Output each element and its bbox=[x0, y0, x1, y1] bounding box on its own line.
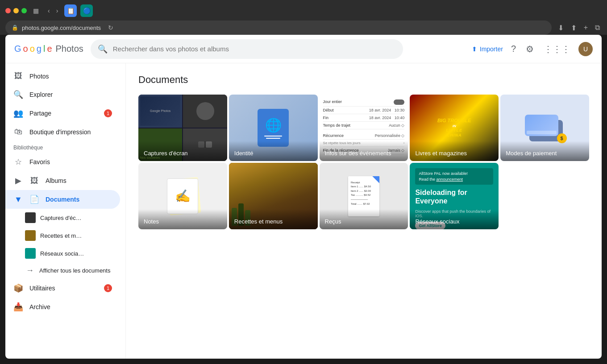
chevron-down-icon: ▼ bbox=[13, 195, 23, 204]
lock-icon: 🔒 bbox=[12, 25, 18, 31]
sidebar-item-favoris[interactable]: ☆ Favoris bbox=[5, 153, 120, 171]
reload-button[interactable]: ↻ bbox=[108, 24, 113, 31]
search-bar[interactable]: 🔍 bbox=[91, 39, 403, 59]
card-captures[interactable]: Google Photos Nos souvenirs bbox=[138, 95, 227, 161]
help-button[interactable]: ? bbox=[509, 42, 518, 56]
header: Google Photos 🔍 ⬆ Importer ? ⚙ ⋮⋮⋮ U bbox=[5, 35, 602, 63]
browser-chrome: ▦ ‹ › 📋 🔵 🔒 photos.google.com/documents … bbox=[0, 0, 607, 35]
card-modes-paiement[interactable]: $ Modes de paiement bbox=[500, 95, 589, 161]
card-recettes-menus[interactable]: Recettes et menus bbox=[229, 163, 318, 229]
sidebar-show-all-documents[interactable]: → Afficher tous les documents bbox=[5, 262, 120, 279]
chevron-right-icon: ▶ bbox=[13, 176, 23, 186]
back-button[interactable]: ‹ bbox=[45, 6, 53, 15]
reseaux-label: Réseaux sociaux bbox=[410, 209, 499, 229]
notes-label: Notes bbox=[138, 209, 227, 229]
card-events[interactable]: Jour entier Début18 avr. 2024 10:30 Fin1… bbox=[320, 95, 408, 161]
reseaux-sub-label: Réseaux socia… bbox=[40, 250, 84, 257]
sidebar-item-utilitaires[interactable]: 📦 Utilitaires 1 bbox=[5, 279, 120, 298]
favoris-icon: ☆ bbox=[13, 157, 23, 167]
import-button[interactable]: ⬆ Importer bbox=[472, 46, 503, 53]
utilitaires-badge: 1 bbox=[104, 284, 112, 292]
albums-label: Albums bbox=[46, 177, 67, 184]
minimize-button[interactable] bbox=[13, 8, 19, 13]
photos-icon: 🖼 bbox=[13, 71, 23, 81]
new-tab-button[interactable]: + bbox=[582, 23, 590, 33]
apps-button[interactable]: ⋮⋮⋮ bbox=[542, 42, 572, 56]
import-label: Importer bbox=[480, 46, 503, 53]
downloads-button[interactable]: ⬇ bbox=[556, 23, 565, 33]
reseaux-thumb bbox=[25, 248, 36, 259]
documents-label: Documents bbox=[46, 196, 79, 203]
captures-sub-label: Captures d'éc… bbox=[40, 215, 82, 221]
search-icon: 🔍 bbox=[98, 44, 108, 54]
sidebar-item-photos[interactable]: 🖼 Photos bbox=[5, 67, 120, 85]
albums-icon: 🖼 bbox=[29, 176, 39, 186]
recettes-sub-label: Recettes et m… bbox=[40, 232, 82, 239]
sidebar-item-archive[interactable]: 📥 Archive bbox=[5, 298, 120, 316]
logo-o1: o bbox=[23, 44, 28, 54]
photos-label: Photos bbox=[29, 73, 49, 80]
logo-l: l bbox=[43, 44, 45, 54]
tab-other-icon: 🔵 bbox=[80, 4, 93, 17]
recettes-label: Recettes et menus bbox=[229, 209, 318, 229]
boutique-icon: 🛍 bbox=[13, 127, 23, 136]
tab-photos-icon: 📋 bbox=[64, 4, 77, 17]
documents-grid: Google Photos Nos souvenirs bbox=[138, 95, 589, 229]
logo-o2: o bbox=[30, 44, 35, 54]
card-identite[interactable]: 🌐 Identité bbox=[229, 95, 318, 161]
forward-button[interactable]: › bbox=[54, 6, 61, 15]
card-reseaux-sociaux[interactable]: AllStore PAL now available!Read the anno… bbox=[410, 163, 499, 229]
sidebar-sub-recettes[interactable]: Recettes et m… bbox=[5, 227, 120, 244]
archive-label: Archive bbox=[29, 303, 50, 310]
address-bar[interactable]: 🔒 photos.google.com/documents ↻ bbox=[5, 21, 552, 35]
avatar[interactable]: U bbox=[578, 42, 593, 56]
utilitaires-icon: 📦 bbox=[13, 283, 23, 293]
traffic-lights bbox=[5, 8, 27, 13]
search-input[interactable] bbox=[113, 45, 396, 53]
sidebar-sub-captures[interactable]: Captures d'éc… bbox=[5, 209, 120, 227]
sidebar-item-documents[interactable]: ▼ 📄 Documents bbox=[5, 190, 120, 209]
card-livres[interactable]: BIG TROUBLE IN LITTLE CHINA Livres et ma… bbox=[410, 95, 499, 161]
sidebar-item-albums[interactable]: ▶ 🖼 Albums bbox=[5, 171, 120, 190]
settings-button[interactable]: ⚙ bbox=[524, 42, 536, 56]
split-button[interactable]: ⧉ bbox=[593, 23, 602, 33]
identite-label: Identité bbox=[229, 141, 318, 161]
url-text: photos.google.com/documents bbox=[22, 25, 101, 31]
card-recus[interactable]: Receipt Item 1 ...... $4.50 Item 2 .....… bbox=[320, 163, 408, 229]
body-layout: 🖼 Photos 🔍 Explorer 👥 Partage 1 🛍 Boutiq… bbox=[5, 63, 602, 359]
sidebar-item-partage[interactable]: 👥 Partage 1 bbox=[5, 104, 120, 123]
sidebar-item-boutique[interactable]: 🛍 Boutique d'impression bbox=[5, 123, 120, 141]
upload-icon: ⬆ bbox=[472, 46, 477, 53]
explorer-icon: 🔍 bbox=[13, 90, 23, 99]
logo-photos-text: Photos bbox=[56, 44, 83, 54]
maximize-button[interactable] bbox=[21, 8, 27, 13]
sidebar: 🖼 Photos 🔍 Explorer 👥 Partage 1 🛍 Boutiq… bbox=[5, 63, 126, 359]
explorer-label: Explorer bbox=[29, 91, 53, 98]
sidebar-toggle[interactable]: ▦ bbox=[30, 6, 42, 15]
share-button[interactable]: ⬆ bbox=[569, 23, 578, 33]
sidebar-item-explorer[interactable]: 🔍 Explorer bbox=[5, 85, 120, 104]
archive-icon: 📥 bbox=[13, 302, 23, 312]
arrow-right-icon: → bbox=[25, 266, 35, 275]
partage-badge: 1 bbox=[104, 109, 112, 117]
favoris-label: Favoris bbox=[29, 158, 50, 165]
sidebar-sub-reseaux[interactable]: Réseaux socia… bbox=[5, 244, 120, 262]
page-title: Documents bbox=[138, 74, 589, 86]
show-all-label: Afficher tous les documents bbox=[39, 267, 110, 274]
google-photos-logo: Google Photos bbox=[14, 44, 83, 54]
card-notes[interactable]: ✍ Notes bbox=[138, 163, 227, 229]
recettes-thumb bbox=[25, 230, 36, 241]
logo-g2: g bbox=[37, 44, 42, 54]
events-label: Infos sur des événements bbox=[320, 141, 408, 161]
documents-icon: 📄 bbox=[29, 194, 39, 204]
content-area: Documents Google Photos Nos souvenirs bbox=[126, 63, 602, 359]
logo-g: G bbox=[14, 44, 21, 54]
modes-label: Modes de paiement bbox=[500, 141, 589, 161]
logo-e: e bbox=[47, 44, 52, 54]
captures-label: Captures d'écran bbox=[138, 141, 227, 161]
partage-label: Partage bbox=[29, 110, 51, 117]
close-button[interactable] bbox=[5, 8, 11, 13]
livres-label: Livres et magazines bbox=[410, 141, 499, 161]
recus-label: Reçus bbox=[320, 209, 408, 229]
boutique-label: Boutique d'impression bbox=[29, 128, 91, 136]
